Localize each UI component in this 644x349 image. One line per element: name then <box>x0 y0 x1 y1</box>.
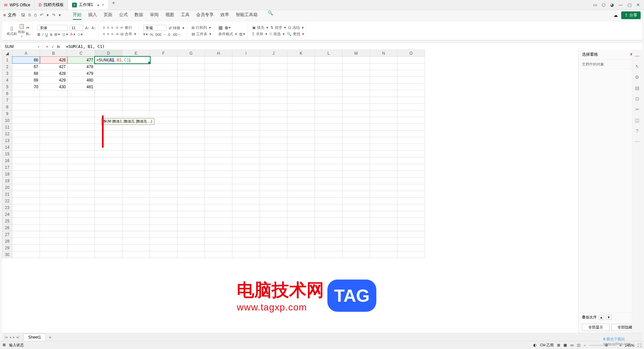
cut-button[interactable]: ✂ <box>26 26 31 30</box>
cell-F25[interactable] <box>150 218 177 225</box>
cell-B20[interactable] <box>40 184 67 191</box>
cell-N4[interactable] <box>370 77 397 84</box>
cell-O27[interactable] <box>397 231 425 238</box>
cell-A12[interactable] <box>12 131 40 137</box>
cell-L8[interactable] <box>315 104 342 110</box>
cell-D7[interactable] <box>95 97 122 104</box>
cell-J21[interactable] <box>260 191 287 198</box>
cell-G22[interactable] <box>177 198 205 204</box>
cell-D1[interactable]: =SUM(A1, B1, C1) <box>95 57 150 63</box>
cell-H13[interactable] <box>205 137 232 144</box>
cell-O19[interactable] <box>397 178 425 184</box>
cell-L30[interactable] <box>315 251 342 258</box>
cell-C21[interactable] <box>67 191 95 198</box>
redo-icon[interactable]: ↷ <box>52 13 55 17</box>
ime-indicator[interactable]: CH 乙简 <box>540 343 554 348</box>
cell-N10[interactable] <box>370 117 397 124</box>
cell-F15[interactable] <box>150 151 177 157</box>
fit-icon[interactable]: ⛶ <box>638 343 641 347</box>
cell-J26[interactable] <box>260 225 287 231</box>
cell-F27[interactable] <box>150 231 177 238</box>
fx-button[interactable]: fx <box>57 45 60 49</box>
cell-E23[interactable] <box>122 204 150 211</box>
cell-I10[interactable] <box>232 117 260 124</box>
print-icon[interactable]: ⎙ <box>34 13 37 17</box>
cell-N26[interactable] <box>370 225 397 231</box>
cell-N29[interactable] <box>370 245 397 251</box>
cell-N21[interactable] <box>370 191 397 198</box>
cell-A30[interactable] <box>12 251 40 258</box>
border-button[interactable]: ⊞▾ <box>54 32 60 37</box>
cell-J9[interactable] <box>260 110 287 117</box>
cell-K27[interactable] <box>287 231 315 238</box>
cell-O17[interactable] <box>397 164 425 171</box>
cell-K2[interactable] <box>287 63 315 70</box>
cell-A28[interactable] <box>12 238 40 245</box>
cell-C11[interactable] <box>67 124 95 131</box>
cell-J15[interactable] <box>260 151 287 157</box>
row-header-19[interactable]: 19 <box>2 178 12 184</box>
cell-I7[interactable] <box>232 97 260 104</box>
cell-G28[interactable] <box>177 238 205 245</box>
cell-B24[interactable] <box>40 211 67 218</box>
cell-F14[interactable] <box>150 144 177 151</box>
cell-I17[interactable] <box>232 164 260 171</box>
cell-A6[interactable] <box>12 90 40 97</box>
cell-K17[interactable] <box>287 164 315 171</box>
cell-N16[interactable] <box>370 157 397 164</box>
cell-L4[interactable] <box>315 77 342 84</box>
cell-C20[interactable] <box>67 184 95 191</box>
cell-A17[interactable] <box>12 164 40 171</box>
col-header-I[interactable]: I <box>232 50 260 57</box>
align-top-icon[interactable]: ≡ <box>103 26 105 30</box>
cell-N13[interactable] <box>370 137 397 144</box>
row-header-22[interactable]: 22 <box>2 198 12 204</box>
tab-view[interactable]: 视图 <box>165 10 174 20</box>
cell-D2[interactable] <box>95 63 122 70</box>
cell-C13[interactable] <box>67 137 95 144</box>
cell-G14[interactable] <box>177 144 205 151</box>
cell-J8[interactable] <box>260 104 287 110</box>
cell-B15[interactable] <box>40 151 67 157</box>
cell-M3[interactable] <box>342 70 370 77</box>
cell-H25[interactable] <box>205 218 232 225</box>
cell-I21[interactable] <box>232 191 260 198</box>
cell-E21[interactable] <box>122 191 150 198</box>
cell-N14[interactable] <box>370 144 397 151</box>
move-down-button[interactable]: ▾ <box>606 315 611 320</box>
cell-G8[interactable] <box>177 104 205 110</box>
cell-J30[interactable] <box>260 251 287 258</box>
col-header-G[interactable]: G <box>177 50 205 57</box>
view-split-icon[interactable]: ◫ <box>577 343 580 347</box>
cell-N9[interactable] <box>370 110 397 117</box>
cell-N7[interactable] <box>370 97 397 104</box>
cell-E27[interactable] <box>122 231 150 238</box>
select-all-corner[interactable]: ◢ <box>2 50 12 57</box>
cell-H1[interactable] <box>205 57 232 63</box>
cell-M2[interactable] <box>342 63 370 70</box>
cell-I26[interactable] <box>232 225 260 231</box>
orientation-icon[interactable]: ⤭ <box>115 26 118 30</box>
cell-L19[interactable] <box>315 178 342 184</box>
sum-button[interactable]: Σ求和▾ <box>252 32 267 37</box>
cell-D23[interactable] <box>95 204 122 211</box>
cell-G29[interactable] <box>177 245 205 251</box>
cell-C27[interactable] <box>67 231 95 238</box>
cell-N22[interactable] <box>370 198 397 204</box>
zoom-out-button[interactable]: − <box>584 343 586 347</box>
cell-H7[interactable] <box>205 97 232 104</box>
cell-M26[interactable] <box>342 225 370 231</box>
cell-F4[interactable] <box>150 77 177 84</box>
cell-E24[interactable] <box>122 211 150 218</box>
status-icon[interactable]: ⊞ <box>3 343 6 348</box>
cell-L10[interactable] <box>315 117 342 124</box>
cell-E26[interactable] <box>122 225 150 231</box>
cell-H5[interactable] <box>205 84 232 90</box>
cell-G27[interactable] <box>177 231 205 238</box>
cell-J27[interactable] <box>260 231 287 238</box>
cell-H10[interactable] <box>205 117 232 124</box>
cell-C24[interactable] <box>67 211 95 218</box>
cell-K30[interactable] <box>287 251 315 258</box>
highlight-button[interactable]: ◇▾ <box>77 32 83 37</box>
cell-I13[interactable] <box>232 137 260 144</box>
